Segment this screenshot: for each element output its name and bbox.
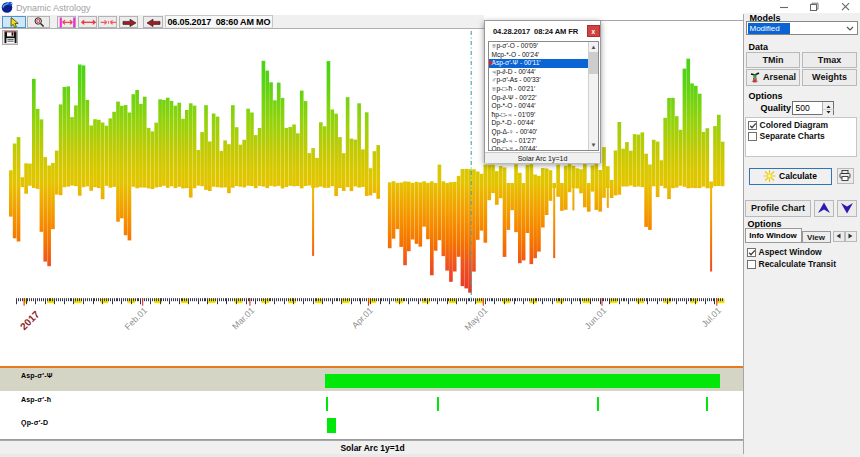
svg-text:Apr.01: Apr.01 xyxy=(350,305,375,330)
svg-text:Jun.01: Jun.01 xyxy=(583,305,609,331)
svg-text:Jul.01: Jul.01 xyxy=(700,305,724,329)
svg-text:Feb.01: Feb.01 xyxy=(123,305,150,332)
svg-text:May.01: May.01 xyxy=(463,305,490,332)
svg-text:2017: 2017 xyxy=(18,308,42,332)
svg-text:Mar.01: Mar.01 xyxy=(230,305,256,331)
